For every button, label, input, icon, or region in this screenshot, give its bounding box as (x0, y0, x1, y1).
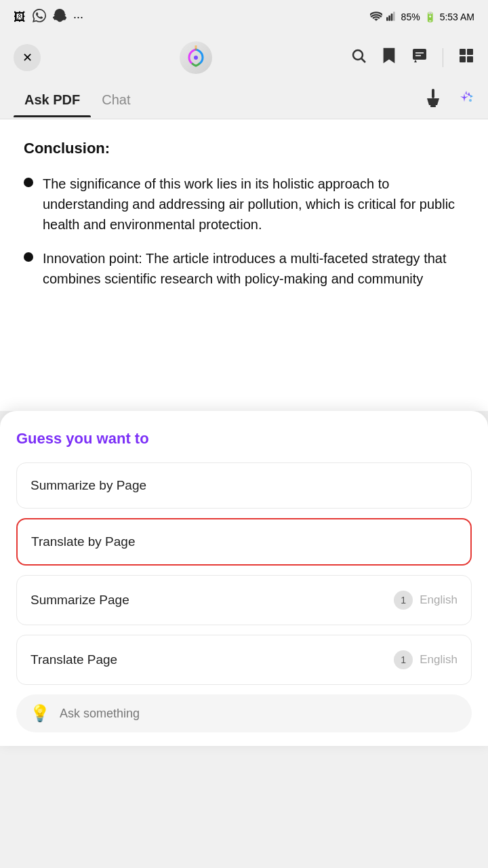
suggestion-text-2: Translate by Page (31, 534, 136, 549)
bullet-text-1: The significance of this work lies in it… (43, 174, 464, 235)
snapchat-icon (53, 9, 66, 26)
svg-rect-1 (388, 15, 390, 20)
pdf-heading: Conclusion: (24, 140, 464, 157)
bullet-item-1: The significance of this work lies in it… (24, 174, 464, 235)
svg-rect-10 (460, 49, 466, 55)
broom-icon[interactable] (424, 89, 442, 112)
svg-line-6 (362, 59, 366, 63)
wifi-icon (370, 12, 382, 23)
nav-left: ✕ (14, 44, 41, 71)
bulb-icon: 💡 (30, 704, 50, 723)
svg-marker-16 (460, 94, 468, 102)
pdf-bullet-list: The significance of this work lies in it… (24, 174, 464, 289)
suggestion-lang-3: English (420, 593, 458, 607)
suggestion-summarize-by-page[interactable]: Summarize by Page (16, 462, 472, 509)
pdf-content-area: Conclusion: The significance of this wor… (0, 119, 488, 411)
svg-rect-0 (386, 17, 388, 20)
signal-icon (386, 12, 397, 23)
suggestion-text-3: Summarize Page (30, 593, 129, 608)
tab-ask-pdf[interactable]: Ask PDF (14, 83, 91, 117)
bullet-item-2: Innovation point: The article introduces… (24, 248, 464, 289)
tab-chat[interactable]: Chat (91, 83, 141, 117)
nav-divider (443, 48, 443, 67)
battery-level: 85% (401, 12, 420, 22)
svg-point-4 (194, 56, 198, 60)
svg-point-5 (353, 50, 363, 60)
ask-input[interactable] (60, 707, 458, 721)
bullet-dot-1 (24, 178, 33, 187)
bottom-panel: Guess you want to Summarize by Page Tran… (0, 411, 488, 746)
app-logo (180, 41, 212, 74)
battery-icon: 🔋 (424, 12, 436, 22)
suggestion-translate-page[interactable]: Translate Page 1 English (16, 635, 472, 685)
suggestion-meta-4: 1 English (394, 650, 458, 669)
suggestion-text-1: Summarize by Page (30, 478, 146, 493)
nav-center (180, 41, 212, 74)
more-icon: ··· (73, 10, 83, 24)
svg-rect-12 (460, 56, 466, 62)
guess-label: Guess you want to (16, 430, 472, 448)
search-icon[interactable] (350, 47, 367, 68)
svg-rect-3 (393, 12, 395, 20)
nav-bar: ✕ (0, 34, 488, 81)
suggestion-summarize-page[interactable]: Summarize Page 1 English (16, 575, 472, 625)
suggestion-meta-3: 1 English (394, 591, 458, 610)
status-left-icons: 🖼 ··· (14, 9, 83, 26)
bookmark-icon[interactable] (382, 47, 396, 68)
svg-rect-11 (467, 49, 473, 55)
whatsapp-icon (33, 9, 46, 26)
bullet-dot-2 (24, 252, 33, 262)
svg-rect-13 (467, 56, 473, 62)
bullet-text-2: Innovation point: The article introduces… (43, 248, 464, 289)
tab-bar: Ask PDF Chat (0, 81, 488, 119)
suggestion-badge-4: 1 (394, 650, 413, 669)
grid-icon[interactable] (458, 47, 474, 68)
svg-rect-2 (390, 14, 392, 21)
close-button[interactable]: ✕ (14, 44, 41, 71)
clock: 5:53 AM (440, 12, 474, 22)
suggestion-text-4: Translate Page (30, 652, 117, 667)
svg-rect-15 (430, 105, 436, 107)
svg-rect-14 (432, 89, 434, 98)
close-icon: ✕ (22, 50, 33, 65)
nav-right-icons (350, 47, 474, 68)
tab-right-icons (424, 89, 474, 112)
svg-point-17 (469, 99, 472, 102)
suggestion-translate-by-page[interactable]: Translate by Page (16, 518, 472, 566)
suggestion-badge-3: 1 (394, 591, 413, 610)
suggestion-lang-4: English (420, 653, 458, 667)
input-area: 💡 (16, 694, 472, 732)
svg-rect-7 (413, 49, 426, 60)
gallery-icon: 🖼 (14, 10, 26, 24)
sparkle-icon[interactable] (454, 90, 474, 111)
chat-bubble-icon[interactable] (411, 47, 428, 68)
status-right-info: 85% 🔋 5:53 AM (370, 12, 474, 23)
status-bar: 🖼 ··· 85% 🔋 5:53 (0, 0, 488, 34)
